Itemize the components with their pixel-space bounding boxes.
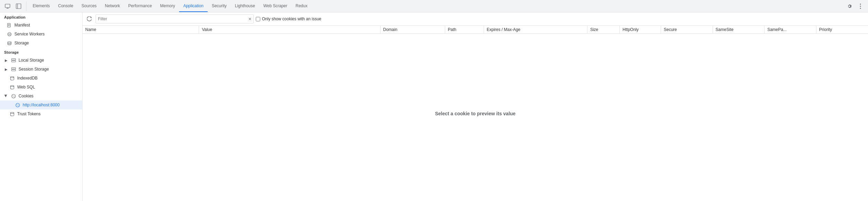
only-issues-checkbox[interactable] <box>256 17 260 21</box>
svg-point-6 <box>860 8 861 9</box>
storage-section-header: Storage <box>0 47 82 56</box>
svg-rect-16 <box>11 70 15 71</box>
svg-point-28 <box>18 105 19 106</box>
filter-input-container: × <box>96 14 254 23</box>
sidebar-item-web-sql[interactable]: Web SQL <box>0 83 82 92</box>
svg-point-26 <box>18 104 19 105</box>
tab-console[interactable]: Console <box>54 0 77 12</box>
svg-rect-15 <box>11 67 15 69</box>
col-secure: Secure <box>661 26 713 34</box>
col-domain: Domain <box>380 26 445 34</box>
col-priority: Priority <box>816 26 868 34</box>
sidebar-item-cookies[interactable]: ▶ Cookies <box>0 92 82 100</box>
tab-memory[interactable]: Memory <box>156 0 179 12</box>
svg-point-24 <box>16 103 20 107</box>
svg-point-20 <box>12 95 13 96</box>
table-row <box>83 34 868 68</box>
sidebar-item-manifest[interactable]: Manifest <box>0 21 82 30</box>
sidebar-item-session-storage[interactable]: ▶ Session Storage <box>0 65 82 74</box>
cookies-localhost-icon <box>15 103 20 107</box>
svg-point-25 <box>17 104 17 105</box>
session-storage-expand-icon: ▶ <box>4 67 8 71</box>
tab-redux[interactable]: Redux <box>292 0 312 12</box>
svg-point-27 <box>17 105 18 106</box>
col-size: Size <box>587 26 619 34</box>
local-storage-icon <box>11 58 16 63</box>
web-sql-label: Web SQL <box>17 85 35 89</box>
device-toggle-button[interactable] <box>3 1 12 11</box>
manifest-icon <box>7 23 12 28</box>
svg-point-5 <box>860 6 861 7</box>
storage-label: Storage <box>14 41 29 45</box>
tab-elements[interactable]: Elements <box>29 0 54 12</box>
trust-tokens-icon <box>10 112 14 116</box>
sidebar-item-service-workers[interactable]: Service Workers <box>0 30 82 39</box>
svg-point-17 <box>10 76 14 78</box>
tab-network[interactable]: Network <box>101 0 124 12</box>
toolbar-right-actions <box>845 1 865 11</box>
col-samepa: SamePa... <box>765 26 816 34</box>
svg-rect-0 <box>5 4 10 8</box>
tab-security[interactable]: Security <box>208 0 231 12</box>
svg-point-29 <box>10 112 14 114</box>
svg-rect-1 <box>7 8 9 9</box>
svg-point-23 <box>14 96 15 97</box>
cookies-localhost-label: http://localhost:8000 <box>23 103 59 107</box>
local-storage-label: Local Storage <box>19 58 44 63</box>
col-httponly: HttpOnly <box>620 26 661 34</box>
storage-icon <box>7 41 12 45</box>
sidebar-item-storage[interactable]: Storage <box>0 39 82 47</box>
col-path: Path <box>445 26 484 34</box>
sidebar-item-indexeddb[interactable]: IndexedDB <box>0 74 82 83</box>
svg-point-12 <box>8 41 11 43</box>
cookies-table: Name Value Domain Path Expires / Max-Age… <box>83 26 868 68</box>
tab-application[interactable]: Application <box>179 0 208 12</box>
nav-tabs: Elements Console Sources Network Perform… <box>29 0 844 12</box>
filter-clear-button[interactable]: × <box>246 15 253 22</box>
sidebar: Application Manifest Service Workers Sto… <box>0 12 83 201</box>
manifest-label: Manifest <box>14 23 30 28</box>
cookies-label: Cookies <box>19 94 33 98</box>
content-area: × Only show cookies with an issue Name V… <box>83 12 868 201</box>
svg-point-4 <box>860 3 861 4</box>
only-issues-text: Only show cookies with an issue <box>262 17 321 21</box>
col-samesite: SameSite <box>713 26 765 34</box>
cookies-expand-icon: ▶ <box>4 94 8 98</box>
empty-state-message: Select a cookie to preview its value <box>435 111 515 116</box>
tab-lighthouse[interactable]: Lighthouse <box>231 0 259 12</box>
local-storage-expand-icon: ▶ <box>4 58 8 62</box>
indexeddb-icon <box>10 76 14 81</box>
refresh-button[interactable] <box>85 15 94 23</box>
table-body <box>83 34 868 68</box>
session-storage-label: Session Storage <box>19 67 49 72</box>
svg-rect-13 <box>11 59 15 60</box>
settings-button[interactable] <box>845 1 854 11</box>
service-workers-icon <box>7 32 12 36</box>
svg-point-22 <box>13 96 13 97</box>
svg-point-11 <box>8 32 11 36</box>
sidebar-item-trust-tokens[interactable]: Trust Tokens <box>0 109 82 118</box>
panel-toggle-button[interactable] <box>14 1 23 11</box>
cookies-icon <box>11 94 16 98</box>
service-workers-label: Service Workers <box>14 32 45 36</box>
tab-performance[interactable]: Performance <box>124 0 156 12</box>
app-section-header: Application <box>0 12 82 21</box>
svg-rect-2 <box>16 4 21 9</box>
only-issues-label[interactable]: Only show cookies with an issue <box>256 17 321 21</box>
svg-point-21 <box>14 95 14 96</box>
web-sql-icon <box>10 85 14 89</box>
tab-webscraper[interactable]: Web Scraper <box>259 0 292 12</box>
more-options-button[interactable] <box>856 1 865 11</box>
tab-sources[interactable]: Sources <box>77 0 101 12</box>
sidebar-item-local-storage[interactable]: ▶ Local Storage <box>0 56 82 65</box>
session-storage-icon <box>11 67 16 72</box>
sidebar-item-cookies-localhost[interactable]: http://localhost:8000 <box>0 100 82 109</box>
top-toolbar: Elements Console Sources Network Perform… <box>0 0 868 12</box>
svg-point-19 <box>12 94 15 98</box>
col-name: Name <box>83 26 199 34</box>
col-expires: Expires / Max-Age <box>484 26 587 34</box>
svg-point-18 <box>10 85 14 87</box>
filter-input[interactable] <box>96 17 246 21</box>
toolbar-device-icons <box>3 1 26 11</box>
table-container: Name Value Domain Path Expires / Max-Age… <box>83 26 868 201</box>
